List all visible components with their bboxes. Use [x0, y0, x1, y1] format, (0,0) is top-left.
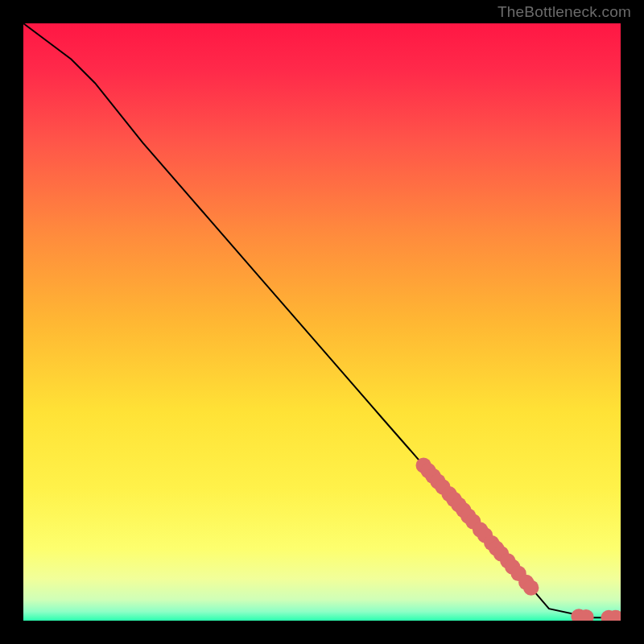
chart-svg [23, 23, 621, 621]
watermark-text: TheBottleneck.com [497, 3, 631, 21]
gradient-background [23, 23, 621, 621]
plot-area [23, 23, 621, 621]
chart-frame: TheBottleneck.com [0, 0, 644, 644]
marker-point [523, 580, 539, 596]
